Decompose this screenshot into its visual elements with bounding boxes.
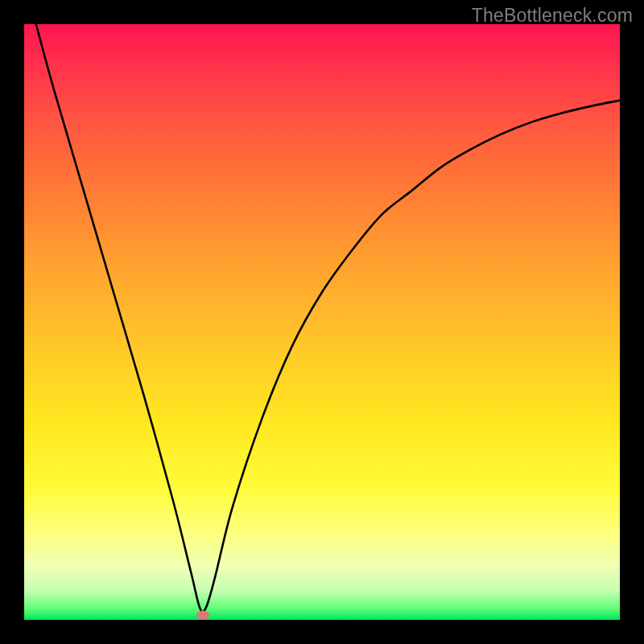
- bottleneck-curve-path: [36, 24, 620, 612]
- watermark-text: TheBottleneck.com: [472, 5, 633, 27]
- curve-svg: [24, 24, 620, 620]
- optimum-marker: [196, 611, 209, 620]
- chart-frame: TheBottleneck.com: [0, 0, 644, 644]
- plot-area: [24, 24, 620, 620]
